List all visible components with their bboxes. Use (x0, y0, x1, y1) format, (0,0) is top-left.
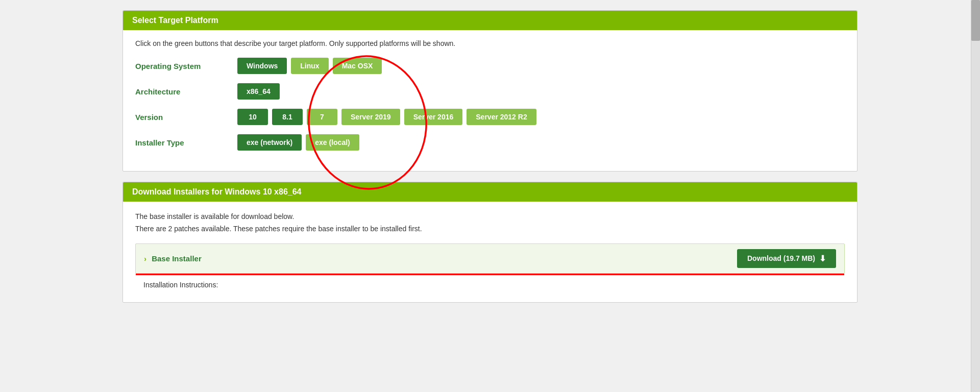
download-icon: ⬇ (819, 254, 826, 263)
download-panel-header: Download Installers for Windows 10 x86_6… (123, 182, 857, 202)
scrollbar[interactable] (971, 0, 980, 313)
version-7-button[interactable]: 7 (307, 109, 337, 125)
installer-exe-local-button[interactable]: exe (local) (306, 134, 359, 151)
version-btn-group: 10 8.1 7 Server 2019 Server 2016 Server … (237, 109, 536, 125)
version-server2012r2-button[interactable]: Server 2012 R2 (467, 109, 536, 125)
base-installer-label: Base Installer (152, 254, 202, 263)
version-server2019-button[interactable]: Server 2019 (341, 109, 400, 125)
arch-x86-64-button[interactable]: x86_64 (237, 83, 280, 100)
os-linux-button[interactable]: Linux (291, 58, 328, 74)
install-instructions-label: Installation Instructions: (143, 281, 218, 289)
install-instructions: Installation Instructions: (135, 274, 845, 291)
base-installer-arrow: › (144, 254, 146, 263)
installer-type-btn-group: exe (network) exe (local) (237, 134, 359, 151)
download-panel-body: The base installer is available for down… (123, 202, 857, 302)
select-platform-body: Click on the green buttons that describe… (123, 30, 857, 171)
os-label: Operating System (135, 62, 237, 70)
installer-type-row: Installer Type exe (network) exe (local) (135, 134, 845, 151)
scrollbar-thumb[interactable] (971, 0, 980, 41)
download-button-label: Download (19.7 MB) (747, 254, 815, 262)
version-row: Version 10 8.1 7 Server 2019 Server 2016… (135, 109, 845, 125)
base-installer-row: › Base Installer Download (19.7 MB) ⬇ (135, 243, 845, 274)
download-button[interactable]: Download (19.7 MB) ⬇ (737, 249, 836, 268)
base-installer-title: › Base Installer (144, 254, 202, 263)
arch-row: Architecture x86_64 (135, 83, 845, 100)
os-row: Operating System Windows Linux Mac OSX (135, 58, 845, 74)
version-81-button[interactable]: 8.1 (272, 109, 303, 125)
version-label: Version (135, 113, 237, 121)
os-macosx-button[interactable]: Mac OSX (333, 58, 382, 74)
version-10-button[interactable]: 10 (237, 109, 268, 125)
download-info-line1: The base installer is available for down… (135, 211, 845, 223)
select-platform-title: Select Target Platform (132, 16, 218, 24)
select-platform-header: Select Target Platform (123, 11, 857, 30)
download-info-line2: There are 2 patches available. These pat… (135, 223, 845, 235)
arch-btn-group: x86_64 (237, 83, 280, 100)
download-panel-title: Download Installers for Windows 10 x86_6… (132, 187, 302, 196)
installer-exe-network-button[interactable]: exe (network) (237, 134, 302, 151)
version-server2016-button[interactable]: Server 2016 (404, 109, 463, 125)
select-platform-panel: Select Target Platform Click on the gree… (122, 10, 857, 172)
download-info: The base installer is available for down… (135, 211, 845, 235)
arch-label: Architecture (135, 87, 237, 96)
os-windows-button[interactable]: Windows (237, 58, 287, 74)
download-panel: Download Installers for Windows 10 x86_6… (122, 182, 857, 303)
os-btn-group: Windows Linux Mac OSX (237, 58, 382, 74)
instruction-text: Click on the green buttons that describe… (135, 39, 845, 47)
installer-type-label: Installer Type (135, 138, 237, 147)
